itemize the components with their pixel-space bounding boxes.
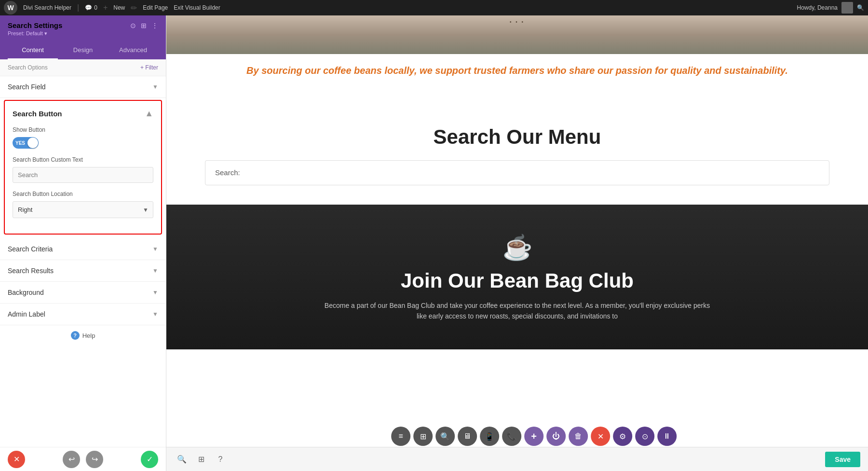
chevron-background: ▼ — [152, 289, 158, 296]
accordion-header-search-results[interactable]: Search Results ▼ — [0, 260, 166, 281]
chevron-search-results: ▼ — [152, 267, 158, 274]
page-search-icon[interactable]: 🔍 — [174, 452, 190, 467]
location-field: Search Button Location Right Left Below … — [13, 191, 153, 218]
tabs-row: Content Design Advanced — [8, 42, 158, 59]
toolbar-tablet-button[interactable]: 📱 — [480, 427, 499, 446]
howdy-text: Howdy, Deanna — [797, 4, 838, 11]
wp-logo-icon[interactable]: W — [4, 1, 17, 14]
search-top-icon[interactable]: 🔍 — [857, 4, 864, 11]
page-settings-icon[interactable]: ? — [213, 452, 228, 467]
preset-label[interactable]: Preset: Default ▾ — [8, 30, 158, 37]
toolbar-phone-button[interactable]: 📞 — [502, 427, 521, 446]
user-avatar[interactable] — [841, 2, 853, 14]
location-label: Search Button Location — [13, 191, 153, 197]
page-layers-icon[interactable]: ⊞ — [193, 452, 209, 467]
quote-text: By sourcing our coffee beans locally, we… — [186, 64, 849, 77]
section-title: Search Button — [13, 110, 62, 118]
show-button-toggle[interactable]: YES — [13, 137, 153, 149]
coffee-dots: • • • — [510, 19, 525, 25]
tab-advanced[interactable]: Advanced — [108, 42, 158, 59]
toggle-yes-label: YES — [13, 140, 25, 146]
dark-section-text: Become a part of our Bean Bag Club and t… — [325, 300, 710, 322]
location-select[interactable]: Right Left Below — [13, 201, 153, 218]
toolbar-add-button[interactable]: + — [524, 427, 543, 446]
accordion-header-admin-label[interactable]: Admin Label ▼ — [0, 304, 166, 325]
separator: | — [77, 3, 79, 12]
toolbar-grid-button[interactable]: ⊞ — [413, 427, 433, 446]
bottom-bar-right: ✓ — [141, 451, 158, 468]
quote-section: By sourcing our coffee beans locally, we… — [166, 54, 868, 87]
redo-button[interactable]: ↪ — [86, 451, 103, 468]
dark-section: ☕ Join Our Bean Bag Club Become a part o… — [166, 205, 868, 349]
panel-icon-more[interactable]: ⋮ — [151, 22, 158, 29]
chevron-admin-label: ▼ — [152, 311, 158, 318]
tab-content[interactable]: Content — [8, 42, 58, 59]
undo-button[interactable]: ↩ — [63, 451, 80, 468]
search-bar-wrap: Search: — [205, 160, 829, 185]
show-button-label: Show Button — [13, 126, 153, 133]
plugin-name[interactable]: Divi Search Helper — [23, 4, 71, 11]
show-button-field: Show Button YES — [13, 126, 153, 149]
custom-text-field: Search Button Custom Text — [13, 156, 153, 183]
bottom-bar-left: ✕ — [8, 451, 25, 468]
help-row: ? Help — [0, 325, 166, 347]
separator3: ✏ — [131, 3, 137, 13]
filter-button[interactable]: + Filter — [140, 64, 158, 71]
toolbar-pause-button[interactable]: ⏸ — [657, 427, 677, 446]
location-select-wrap: Right Left Below ▼ — [13, 201, 153, 218]
toolbar-gear-button[interactable]: ⚙ — [613, 427, 632, 446]
toolbar-desktop-button[interactable]: 🖥 — [458, 427, 477, 446]
search-title: Search Our Menu — [205, 125, 829, 149]
accordion-item-search-criteria: Search Criteria ▼ — [0, 238, 166, 260]
save-button[interactable]: Save — [825, 452, 860, 467]
toolbar-power-button[interactable]: ⏻ — [546, 427, 566, 446]
right-content: • • • By sourcing our coffee beans local… — [166, 15, 868, 471]
top-bar-right: Howdy, Deanna 🔍 — [797, 2, 865, 14]
dark-section-title: Join Our Bean Bag Club — [401, 269, 634, 292]
toggle-thumb — [27, 138, 38, 148]
edit-page-button[interactable]: Edit Page — [143, 4, 168, 11]
search-label: Search: — [215, 168, 240, 177]
left-panel: Search Settings ⊙ ⊞ ⋮ Preset: Default ▾ … — [0, 15, 166, 471]
accordion-item-search-results: Search Results ▼ — [0, 260, 166, 282]
toolbar-trash-button[interactable]: 🗑 — [569, 427, 588, 446]
chevron-search-field: ▼ — [152, 83, 158, 90]
coffee-cup-icon: ☕ — [502, 234, 532, 262]
help-text[interactable]: Help — [82, 332, 95, 339]
section-close-icon[interactable]: ▲ — [145, 109, 153, 119]
bottom-bar-center: ↩ ↪ — [63, 451, 103, 468]
accordion-header-search-field[interactable]: Search Field ▼ — [0, 76, 166, 97]
custom-text-label: Search Button Custom Text — [13, 156, 153, 163]
search-options-label: Search Options — [8, 64, 48, 71]
main-layout: Search Settings ⊙ ⊞ ⋮ Preset: Default ▾ … — [0, 15, 868, 471]
separator2: + — [103, 3, 108, 12]
toolbar-target-button[interactable]: ⊙ — [635, 427, 654, 446]
accordion-header-background[interactable]: Background ▼ — [0, 282, 166, 303]
cancel-button[interactable]: ✕ — [8, 451, 25, 468]
toolbar-close-button[interactable]: ✕ — [591, 427, 610, 446]
panel-icon-focus[interactable]: ⊙ — [130, 22, 136, 29]
search-button-section: Search Button ▲ Show Button YES — [4, 100, 162, 235]
accordion-item-search-button: Search Button ▲ Show Button YES — [0, 100, 166, 235]
toolbar-menu-button[interactable]: ≡ — [391, 427, 410, 446]
top-bar: W Divi Search Helper | 💬 0 + New ✏ Edit … — [0, 0, 868, 15]
confirm-button[interactable]: ✓ — [141, 451, 158, 468]
comment-count[interactable]: 💬 0 — [85, 4, 97, 11]
toolbar-search-button[interactable]: 🔍 — [435, 427, 455, 446]
section-title-row: Search Button ▲ — [13, 109, 153, 119]
panel-icon-layout[interactable]: ⊞ — [141, 22, 147, 29]
panel-title: Search Settings — [8, 21, 62, 29]
search-section: Search Our Menu Search: — [166, 106, 868, 205]
new-button[interactable]: New — [113, 4, 125, 11]
floating-toolbar: ≡ ⊞ 🔍 🖥 📱 📞 + ⏻ 🗑 ✕ ⚙ ⊙ ⏸ — [391, 427, 677, 446]
custom-text-input[interactable] — [13, 167, 153, 183]
page-bottom-bar: 🔍 ⊞ ? Save — [166, 447, 868, 471]
toggle-track[interactable]: YES — [13, 137, 39, 149]
search-options-bar: Search Options + Filter — [0, 59, 166, 76]
accordion-header-search-criteria[interactable]: Search Criteria ▼ — [0, 238, 166, 260]
accordion-item-admin-label: Admin Label ▼ — [0, 304, 166, 325]
tab-design[interactable]: Design — [58, 42, 108, 59]
bottom-spacer — [166, 349, 868, 374]
exit-builder-button[interactable]: Exit Visual Builder — [174, 4, 220, 11]
help-icon[interactable]: ? — [71, 331, 80, 340]
